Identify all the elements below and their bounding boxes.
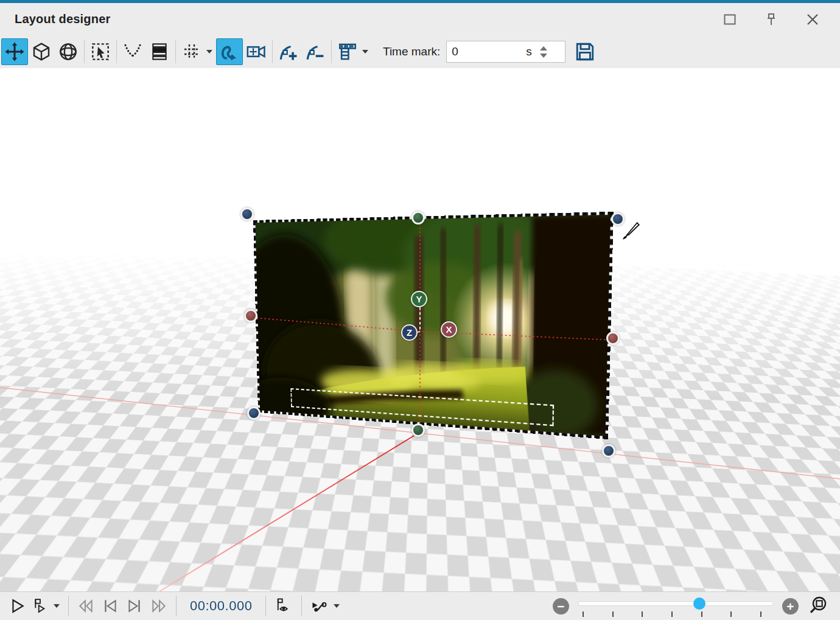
- smooth-curve-button[interactable]: [119, 38, 146, 65]
- s-curve-icon: [219, 41, 240, 62]
- handle-middle-right[interactable]: [606, 332, 620, 345]
- toolbar-separator: [272, 40, 273, 63]
- zoom-slider-thumb[interactable]: [693, 597, 705, 610]
- handle-bottom-center[interactable]: [411, 423, 425, 437]
- go-to-start-button[interactable]: [98, 594, 122, 618]
- keyframe-minus-icon: [305, 41, 326, 62]
- layers-button[interactable]: [146, 38, 173, 65]
- save-button[interactable]: [572, 38, 598, 65]
- time-mark-unit: s: [526, 45, 532, 58]
- spinner-up-icon[interactable]: [540, 46, 547, 51]
- marker-eye-icon: [275, 597, 293, 615]
- selected-image-object[interactable]: [253, 212, 614, 439]
- maximize-button[interactable]: [722, 12, 738, 27]
- go-to-end-button[interactable]: [122, 594, 147, 618]
- design-canvas[interactable]: Y Z X: [0, 68, 840, 591]
- time-mark-spinner[interactable]: [536, 41, 551, 62]
- globe-button[interactable]: [55, 38, 82, 65]
- toolbar-separator: [84, 40, 85, 63]
- motion-path-dropdown-arrow[interactable]: [334, 604, 340, 608]
- zoom-fit-button[interactable]: [808, 595, 828, 617]
- transport-bar: 00:00.000 −: [0, 591, 840, 620]
- select-tool-button[interactable]: [87, 38, 114, 65]
- axis-x-label: X: [446, 324, 452, 335]
- handle-middle-left[interactable]: [244, 309, 257, 322]
- camera-pan-button[interactable]: [243, 38, 270, 65]
- titlebar: Layout designer: [0, 3, 840, 35]
- cube-icon: [32, 42, 51, 61]
- layers-icon: [150, 42, 169, 61]
- handle-top-center[interactable]: [411, 211, 425, 225]
- zoom-controls: − +: [553, 595, 834, 617]
- zoom-in-button[interactable]: +: [782, 598, 799, 615]
- save-icon: [575, 41, 595, 62]
- zoom-slider-track[interactable]: [578, 601, 774, 606]
- pin-icon: [765, 13, 777, 26]
- time-mark-input[interactable]: [447, 45, 526, 58]
- axis-z-badge[interactable]: Z: [401, 324, 418, 341]
- close-icon: [807, 13, 819, 26]
- object-list-dropdown-arrow[interactable]: [362, 50, 368, 54]
- handle-bottom-right[interactable]: [602, 444, 615, 458]
- maximize-icon: [725, 15, 735, 24]
- toolbar-separator: [175, 40, 176, 63]
- grid-icon: [182, 42, 201, 61]
- move-tool-button[interactable]: [1, 38, 28, 65]
- axis-y-label: Y: [416, 294, 422, 304]
- grid-button[interactable]: [178, 38, 205, 65]
- marker-visibility-button[interactable]: [271, 594, 296, 618]
- window-title: Layout designer: [15, 12, 110, 26]
- selection-rectangle-icon: [91, 42, 110, 61]
- axis-z-label: Z: [407, 327, 412, 338]
- camera-move-icon: [246, 41, 267, 62]
- marker-play-icon: [33, 598, 49, 614]
- grid-dropdown-arrow[interactable]: [206, 50, 212, 54]
- motion-path-icon: [310, 597, 329, 615]
- fast-forward-button[interactable]: [147, 594, 171, 618]
- layout-designer-window: Layout designer: [0, 0, 840, 620]
- pin-button[interactable]: [763, 12, 779, 27]
- paintbrush-cursor-icon: [620, 221, 640, 242]
- transport-separator: [68, 596, 69, 616]
- rewind-button[interactable]: [74, 594, 98, 618]
- transport-separator: [265, 596, 266, 616]
- toolbar-separator: [116, 40, 117, 63]
- play-from-marker-button[interactable]: [29, 594, 52, 618]
- skip-end-icon: [126, 598, 143, 614]
- move-icon: [4, 41, 25, 62]
- cube-3d-button[interactable]: [28, 38, 55, 65]
- zoom-slider[interactable]: [578, 596, 774, 616]
- axis-y-badge[interactable]: Y: [411, 291, 427, 307]
- time-display: 00:00.000: [190, 598, 252, 614]
- handle-top-left[interactable]: [240, 207, 254, 221]
- close-button[interactable]: [805, 12, 821, 27]
- time-mark-field: s: [446, 41, 565, 63]
- play-button[interactable]: [6, 594, 29, 618]
- zoom-slider-ticks: [583, 611, 761, 617]
- fast-forward-icon: [150, 598, 167, 614]
- minus-icon: −: [557, 600, 564, 613]
- remove-keyframe-button[interactable]: [302, 38, 329, 65]
- play-icon: [10, 598, 26, 614]
- dotted-curve-icon: [123, 42, 142, 61]
- toolbar-separator: [331, 40, 332, 63]
- axis-x-badge[interactable]: X: [441, 321, 457, 338]
- handle-bottom-left[interactable]: [247, 406, 261, 420]
- time-mark-label: Time mark:: [383, 45, 440, 58]
- motion-path-display-button[interactable]: [307, 594, 332, 618]
- table-icon: [337, 41, 358, 62]
- transport-separator: [176, 596, 177, 616]
- rewind-icon: [77, 598, 94, 614]
- zoom-fit-icon: [808, 595, 828, 615]
- motion-path-tool-button[interactable]: [216, 38, 243, 65]
- zoom-out-button[interactable]: −: [553, 598, 569, 615]
- globe-icon: [58, 42, 78, 61]
- skip-start-icon: [102, 598, 119, 614]
- toolbar: Time mark: s: [0, 35, 840, 68]
- transport-separator: [301, 596, 302, 616]
- add-keyframe-button[interactable]: [275, 38, 302, 65]
- plus-icon: +: [786, 600, 794, 613]
- play-options-dropdown-arrow[interactable]: [54, 604, 60, 608]
- spinner-down-icon[interactable]: [540, 54, 547, 58]
- object-list-button[interactable]: [334, 38, 361, 65]
